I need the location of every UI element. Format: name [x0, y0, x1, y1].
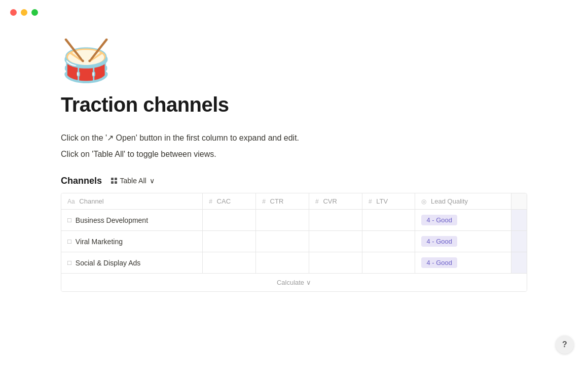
table-row[interactable]: □ Social & Display Ads 4 - Good [61, 252, 527, 274]
ltv-cell-2 [362, 252, 415, 274]
lead-quality-badge: 4 - Good [421, 215, 457, 225]
col-header-lead-quality: ◎ Lead Quality [415, 193, 511, 210]
col-header-ctr: # CTR [256, 193, 309, 210]
section-header: Channels Table All ∨ [61, 175, 527, 187]
page-icon: 🥁 [61, 41, 527, 81]
channels-table: Aa Channel # CAC # CTR # CVR [61, 193, 527, 292]
calculate-footer[interactable]: Calculate ∨ [61, 273, 527, 291]
cac-cell-1 [203, 231, 256, 252]
section-title: Channels [61, 176, 102, 186]
doc-icon: □ [67, 238, 71, 245]
ltv-cell-0 [362, 210, 415, 231]
table-toggle-label: Table All [120, 177, 146, 185]
channel-cell-business-dev[interactable]: □ Business Development [61, 210, 203, 231]
description-line-1: Click on the '↗ Open' button in the firs… [61, 131, 527, 145]
cvr-cell-1 [309, 231, 362, 252]
text-icon: Aa [67, 198, 75, 205]
col-header-channel: Aa Channel [61, 193, 203, 210]
traffic-lights [0, 0, 48, 25]
channel-name: Social & Display Ads [76, 259, 140, 267]
hash-icon-cvr: # [315, 198, 319, 205]
channel-name: Viral Marketing [76, 238, 123, 246]
lead-quality-badge: 4 - Good [421, 236, 457, 247]
lead-quality-cell-1: 4 - Good [415, 231, 511, 252]
table-row[interactable]: □ Business Development 4 - Good [61, 210, 527, 231]
channel-name: Business Development [76, 216, 148, 224]
description-line-2: Click on 'Table All' to toggle between v… [61, 148, 527, 161]
ctr-cell-2 [256, 252, 309, 274]
col-header-cac: # CAC [203, 193, 256, 210]
ctr-cell-0 [256, 210, 309, 231]
cac-cell-0 [203, 210, 256, 231]
page-title: Traction channels [61, 93, 527, 116]
calculate-label: Calculate [277, 279, 304, 286]
minimize-button[interactable] [21, 9, 27, 16]
table-header-row: Aa Channel # CAC # CTR # CVR [61, 193, 527, 210]
lead-quality-cell-2: 4 - Good [415, 252, 511, 274]
cvr-cell-0 [309, 210, 362, 231]
close-button[interactable] [10, 9, 17, 16]
ctr-cell-1 [256, 231, 309, 252]
lead-quality-cell-0: 4 - Good [415, 210, 511, 231]
channel-cell-viral[interactable]: □ Viral Marketing [61, 231, 203, 252]
grid-icon [111, 178, 117, 184]
chevron-down-icon: ∨ [150, 177, 155, 185]
circle-icon: ◎ [421, 198, 426, 205]
col-header-cvr: # CVR [309, 193, 362, 210]
calculate-chevron-icon: ∨ [306, 279, 311, 286]
help-button[interactable]: ? [556, 336, 574, 354]
col-header-extra [511, 193, 527, 210]
hash-icon-ctr: # [262, 198, 266, 205]
doc-icon: □ [67, 216, 71, 224]
channel-cell-social[interactable]: □ Social & Display Ads [61, 252, 203, 274]
extra-cell-2 [511, 252, 527, 274]
cac-cell-2 [203, 252, 256, 274]
extra-cell-1 [511, 231, 527, 252]
maximize-button[interactable] [31, 9, 38, 16]
hash-icon-ltv: # [369, 198, 372, 205]
col-header-ltv: # LTV [362, 193, 415, 210]
table-all-toggle[interactable]: Table All ∨ [107, 175, 159, 187]
extra-cell-0 [511, 210, 527, 231]
hash-icon-cac: # [209, 198, 212, 205]
lead-quality-badge: 4 - Good [421, 257, 457, 268]
table-row[interactable]: □ Viral Marketing 4 - Good [61, 231, 527, 252]
doc-icon: □ [67, 259, 71, 266]
ltv-cell-1 [362, 231, 415, 252]
cvr-cell-2 [309, 252, 362, 274]
